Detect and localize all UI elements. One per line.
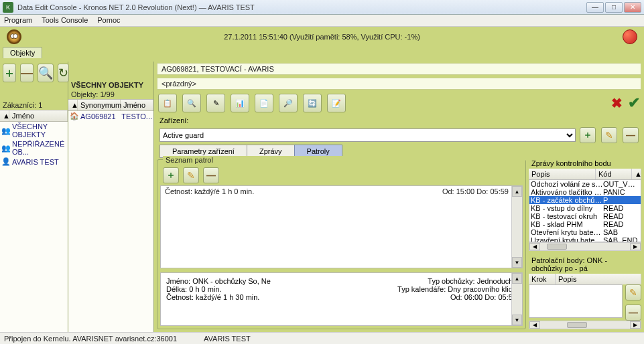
alert-orb-icon[interactable] <box>623 29 637 44</box>
object-row[interactable]: 🏠AG069821TESTO... <box>68 111 153 121</box>
clipboard-zoom-icon[interactable]: 🔍 <box>182 94 201 112</box>
point-remove-button[interactable]: — <box>625 305 641 321</box>
message-row[interactable]: KB - začátek obchůzky (vrátnice)P <box>529 196 641 204</box>
patrol-length: Délka: 0 h 0 min. <box>166 285 342 293</box>
zpravy-kb-label: Zprávy kontrolního bodu <box>529 158 641 169</box>
scroll-down-icon[interactable]: ▼ <box>512 315 522 325</box>
device-add-button[interactable]: ＋ <box>580 127 596 143</box>
remove-button[interactable]: — <box>20 64 34 82</box>
scroll-left-icon[interactable]: ◀ <box>529 321 540 329</box>
sort-icon[interactable]: ▲ <box>0 110 9 121</box>
col-kod[interactable]: Kód <box>596 169 632 179</box>
message-row[interactable]: Uzavření krytu baterie (d...SAB_END <box>529 236 641 242</box>
h-scrollbar[interactable]: ◀ ▶ <box>529 321 641 329</box>
zarizeni-label: Zařízení: <box>159 116 188 124</box>
col-jmeno[interactable]: Jméno <box>121 100 153 110</box>
clipboard-list-icon[interactable]: 📄 <box>255 94 273 112</box>
patrol-detail-box: Jméno: ONK - obchůzky So, Ne Délka: 0 h … <box>160 272 523 326</box>
message-row[interactable]: KB - testovací okruhREAD <box>529 212 641 220</box>
col-krok[interactable]: Krok <box>529 274 556 284</box>
patrol-name: Jméno: ONK - obchůzky So, Ne <box>166 277 342 285</box>
col-synonymum[interactable]: Synonymum <box>78 100 121 110</box>
menu-tools[interactable]: Tools Console <box>42 16 88 25</box>
clipboard-note-icon[interactable]: 📝 <box>327 94 346 112</box>
message-row[interactable]: Aktivováno tlačítko PANI...PANIC <box>529 188 641 196</box>
device-edit-button[interactable]: ✎ <box>601 127 617 143</box>
message-row[interactable]: Otevření krytu baterie (a...SAB <box>529 228 641 236</box>
clipboard-refresh-icon[interactable]: 🔄 <box>303 94 322 112</box>
scroll-up-icon[interactable]: ▲ <box>632 169 641 179</box>
col-jmeno[interactable]: Jméno <box>9 110 68 121</box>
add-button[interactable]: ＋ <box>3 64 16 82</box>
objects-count: Objekty: 1/99 <box>68 90 153 99</box>
customers-label: Zákazníci: 1 <box>0 100 68 110</box>
mid-title: VŠECHNY OBJEKTY <box>68 80 153 90</box>
patrol-type: Typ obchůzky: Jednoduchý <box>342 277 517 285</box>
message-row[interactable]: KB - sklad PHMREAD <box>529 220 641 228</box>
patrol-time: Od: 06:00 Do: 05:59 <box>342 293 517 301</box>
sort-icon[interactable]: ▲ <box>68 100 78 110</box>
patr-body-label: Patrolační body: ONK - obchůzky po - pá <box>529 255 641 274</box>
object-title-bar: AG069821, TESTOVACÍ - AVARIS <box>157 63 641 75</box>
calendar-type: Typ kalendáře: Dny pracovního klidu <box>342 285 517 293</box>
customer-row[interactable]: 👥VŠECHNY OBJEKTY <box>0 122 68 139</box>
patrol-time-range: Od: 15:00 Do: 05:59 <box>442 187 509 195</box>
menu-program[interactable]: Program <box>4 16 32 25</box>
confirm-icon[interactable]: ✔ <box>628 94 640 112</box>
patrol-remove-button[interactable]: — <box>203 167 219 183</box>
h-scrollbar[interactable]: ◀ ▶ <box>529 242 641 251</box>
zarizeni-select[interactable]: Active guard <box>159 128 576 142</box>
app-icon: K <box>3 2 13 13</box>
scroll-right-icon[interactable]: ▶ <box>630 321 641 329</box>
col-popis[interactable]: Popis <box>556 274 641 284</box>
scroll-up-icon[interactable]: ▲ <box>512 186 522 197</box>
clipboard-chart-icon[interactable]: 📊 <box>231 94 249 112</box>
top-status: 27.1.2011 15:51:40 (Využití paměti: 58%,… <box>21 33 623 41</box>
menu-help[interactable]: Pomoc <box>97 16 120 25</box>
scroll-right-icon[interactable]: ▶ <box>630 243 641 250</box>
cancel-icon[interactable]: ✖ <box>611 95 623 111</box>
point-edit-button[interactable]: ✎ <box>625 284 641 300</box>
status-customer: AVARIS TEST <box>204 335 284 343</box>
col-popis[interactable]: Popis <box>529 169 596 179</box>
refresh-button[interactable]: ↻ <box>58 64 69 82</box>
scroll-left-icon[interactable]: ◀ <box>529 243 540 250</box>
patrol-frequency: Četnost: každý/é 1 h 30 min. <box>166 293 342 301</box>
device-remove-button[interactable]: — <box>623 127 639 143</box>
clipboard-edit-icon[interactable]: ✎ <box>206 94 225 112</box>
message-row[interactable]: KB - vstup do dílnyREAD <box>529 204 641 212</box>
clipboard-find-icon[interactable]: 🔎 <box>279 94 298 112</box>
customer-row[interactable]: 👥NEPŘIŘAZENÉ OB... <box>0 139 68 157</box>
close-button[interactable]: ✕ <box>624 2 641 13</box>
patrol-frequency: Četnost: každý/é 1 h 0 min. <box>165 187 254 195</box>
window-title: Data Edit Console - Kronos NET 2.0 Revol… <box>17 3 255 11</box>
minimize-button[interactable]: — <box>586 2 604 13</box>
object-empty-bar: <prázdný> <box>157 78 641 90</box>
customer-row[interactable]: 👤AVARIS TEST <box>0 157 68 167</box>
search-button[interactable]: 🔍 <box>38 64 54 82</box>
message-row[interactable]: Odchozí volání ze snímač...OUT_VOIC <box>529 180 641 188</box>
patrol-list[interactable]: Četnost: každý/é 1 h 0 min. Od: 15:00 Do… <box>160 185 523 268</box>
tab-objekty[interactable]: Objekty <box>3 47 42 58</box>
owl-icon <box>7 29 21 44</box>
scroll-up-icon[interactable]: ▲ <box>512 273 522 284</box>
clipboard-search-icon[interactable]: 📋 <box>158 94 177 112</box>
seznam-patrol-label: Seznam patrol <box>163 156 525 164</box>
maximize-button[interactable]: □ <box>605 2 623 13</box>
scroll-down-icon[interactable]: ▼ <box>512 257 522 268</box>
scrollbar[interactable]: ▲ ▼ <box>511 273 522 325</box>
patrol-add-button[interactable]: ＋ <box>163 167 179 183</box>
status-connection: Připojen do Kernelu. AVARISNET avarisnet… <box>4 335 177 343</box>
patrol-points-list[interactable] <box>529 284 623 318</box>
scrollbar[interactable]: ▲ ▼ <box>511 186 522 268</box>
patrol-edit-button[interactable]: ✎ <box>183 167 199 183</box>
